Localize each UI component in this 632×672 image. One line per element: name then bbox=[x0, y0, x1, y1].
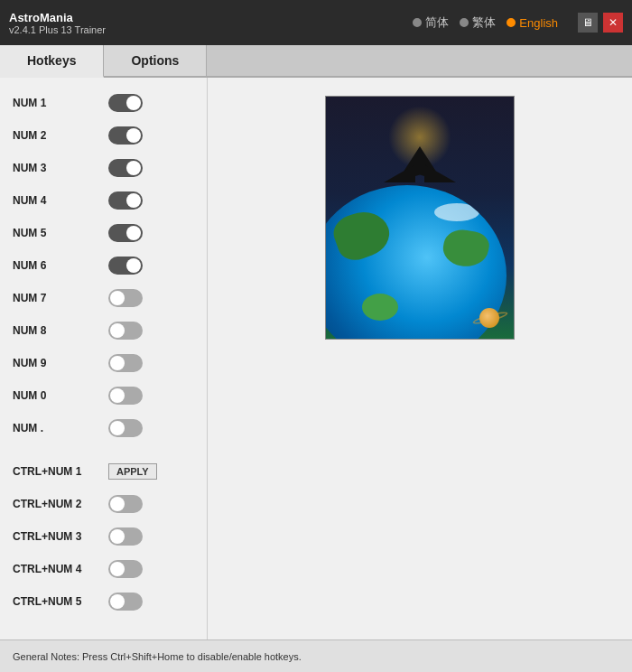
toggle-num1[interactable] bbox=[108, 94, 143, 112]
lang-english-label: English bbox=[519, 16, 558, 30]
lang-traditional-label: 繁体 bbox=[472, 14, 496, 31]
hotkey-row-num9: NUM 9 bbox=[0, 347, 207, 379]
hotkey-label-numdot: NUM . bbox=[13, 422, 94, 434]
footer-note: General Notes: Press Ctrl+Shift+Home to … bbox=[13, 651, 302, 662]
hotkey-row-num7: NUM 7 bbox=[0, 282, 207, 314]
toggle-num6[interactable] bbox=[108, 257, 143, 275]
options-panel: ASTRO MANIA bbox=[208, 78, 632, 639]
spaceship-wing-left bbox=[384, 164, 415, 182]
hotkey-row-ctrlnum4: CTRL+NUM 4 bbox=[0, 553, 207, 585]
toggle-num8[interactable] bbox=[108, 322, 143, 340]
toggle-numdot[interactable] bbox=[108, 419, 143, 437]
toggle-num5[interactable] bbox=[108, 224, 143, 242]
toggle-ctrlnum2[interactable] bbox=[108, 495, 143, 513]
lang-english[interactable]: English bbox=[507, 16, 558, 30]
lang-simplified-label: 简体 bbox=[425, 14, 449, 31]
hotkey-label-num1: NUM 1 bbox=[13, 97, 94, 109]
lang-traditional[interactable]: 繁体 bbox=[460, 14, 496, 31]
title-bar: AstroMania v2.4.1 Plus 13 Trainer 简体 繁体 … bbox=[0, 0, 632, 45]
lang-traditional-radio[interactable] bbox=[460, 18, 469, 27]
section-divider bbox=[0, 444, 207, 455]
close-button[interactable]: ✕ bbox=[603, 13, 623, 33]
hotkey-label-ctrlnum5: CTRL+NUM 5 bbox=[13, 595, 94, 608]
app-version: v2.4.1 Plus 13 Trainer bbox=[9, 24, 106, 35]
hotkey-label-ctrlnum2: CTRL+NUM 2 bbox=[13, 498, 94, 510]
spaceship-wing-right bbox=[424, 164, 456, 182]
lang-simplified[interactable]: 简体 bbox=[413, 14, 449, 31]
hotkey-row-ctrlnum1: CTRL+NUM 1 APPLY bbox=[0, 455, 207, 488]
continent-1 bbox=[329, 204, 395, 266]
language-controls: 简体 繁体 English 🖥 ✕ bbox=[413, 13, 623, 33]
toggle-num3[interactable] bbox=[108, 159, 143, 177]
hotkey-row-ctrlnum3: CTRL+NUM 3 bbox=[0, 520, 207, 553]
hotkey-label-num3: NUM 3 bbox=[13, 162, 94, 174]
title-info: AstroMania v2.4.1 Plus 13 Trainer bbox=[9, 11, 106, 35]
hotkey-row-numdot: NUM . bbox=[0, 412, 207, 444]
hotkey-label-ctrlnum3: CTRL+NUM 3 bbox=[13, 530, 94, 543]
app-name: AstroMania bbox=[9, 11, 106, 24]
toggle-ctrlnum5[interactable] bbox=[108, 593, 143, 611]
hotkey-label-num7: NUM 7 bbox=[13, 292, 94, 304]
hotkey-label-ctrlnum4: CTRL+NUM 4 bbox=[13, 563, 94, 575]
hotkey-row-num4: NUM 4 bbox=[0, 184, 207, 217]
tab-hotkeys[interactable]: Hotkeys bbox=[0, 45, 104, 78]
hotkey-label-num8: NUM 8 bbox=[13, 324, 94, 337]
hotkey-row-num5: NUM 5 bbox=[0, 217, 207, 249]
toggle-ctrlnum3[interactable] bbox=[108, 527, 143, 546]
hotkey-row-ctrlnum5: CTRL+NUM 5 bbox=[0, 585, 207, 618]
hotkey-row-num3: NUM 3 bbox=[0, 152, 207, 184]
hotkey-label-num4: NUM 4 bbox=[13, 194, 94, 207]
toggle-num2[interactable] bbox=[108, 126, 143, 145]
cloud-1 bbox=[434, 203, 479, 221]
tab-bar: Hotkeys Options bbox=[0, 45, 632, 78]
hotkey-label-num0: NUM 0 bbox=[13, 389, 94, 402]
toggle-num9[interactable] bbox=[108, 354, 143, 372]
hotkey-label-num2: NUM 2 bbox=[13, 129, 94, 142]
toggle-num4[interactable] bbox=[108, 191, 143, 210]
hotkey-label-num9: NUM 9 bbox=[13, 357, 94, 369]
hotkey-row-num1: NUM 1 bbox=[0, 87, 207, 119]
cover-background: ASTRO MANIA bbox=[326, 97, 514, 339]
saturn-planet bbox=[479, 308, 499, 328]
lang-english-radio[interactable] bbox=[507, 18, 516, 27]
apply-button[interactable]: APPLY bbox=[108, 463, 157, 480]
continent-2 bbox=[441, 227, 491, 270]
game-cover: ASTRO MANIA bbox=[325, 96, 515, 340]
tab-options[interactable]: Options bbox=[104, 45, 207, 76]
footer: General Notes: Press Ctrl+Shift+Home to … bbox=[0, 639, 632, 672]
toggle-num7[interactable] bbox=[108, 289, 143, 307]
hotkey-label-ctrlnum1: CTRL+NUM 1 bbox=[13, 465, 94, 478]
hotkeys-panel: NUM 1 NUM 2 NUM 3 NUM 4 bbox=[0, 78, 208, 639]
continent-3 bbox=[362, 294, 398, 321]
hotkey-row-num0: NUM 0 bbox=[0, 379, 207, 412]
toggle-ctrlnum4[interactable] bbox=[108, 560, 143, 578]
toggle-num0[interactable] bbox=[108, 387, 143, 405]
monitor-button[interactable]: 🖥 bbox=[578, 13, 598, 33]
main-content: NUM 1 NUM 2 NUM 3 NUM 4 bbox=[0, 78, 632, 639]
hotkey-label-num6: NUM 6 bbox=[13, 259, 94, 272]
lang-simplified-radio[interactable] bbox=[413, 18, 422, 27]
hotkey-row-num8: NUM 8 bbox=[0, 314, 207, 347]
hotkey-row-num6: NUM 6 bbox=[0, 249, 207, 282]
hotkey-row-ctrlnum2: CTRL+NUM 2 bbox=[0, 488, 207, 520]
hotkey-label-num5: NUM 5 bbox=[13, 227, 94, 239]
hotkey-row-num2: NUM 2 bbox=[0, 119, 207, 152]
window-controls: 🖥 ✕ bbox=[578, 13, 623, 33]
